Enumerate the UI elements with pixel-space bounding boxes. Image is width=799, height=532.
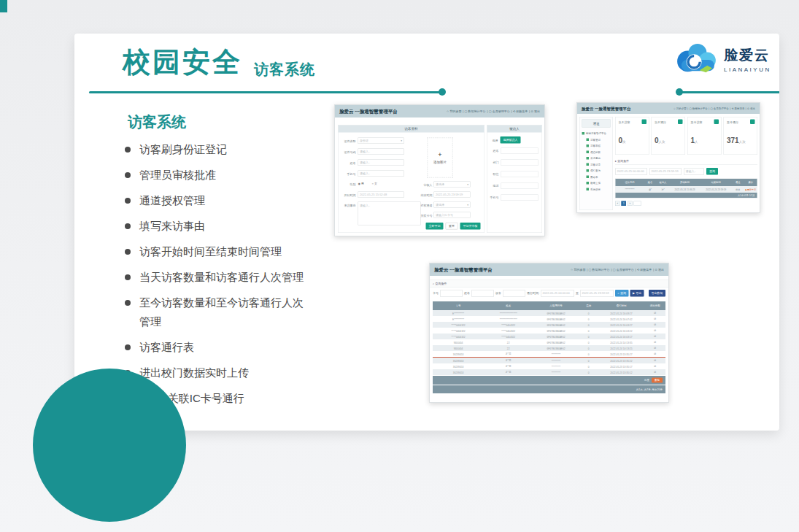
- col-header: 通道: [732, 179, 744, 186]
- cell-serial: 6F67B03B4AE02: [533, 339, 579, 345]
- photo-upload-box[interactable]: + 添加图片: [428, 138, 453, 178]
- register-audit-button[interactable]: 登记并审核: [460, 223, 481, 230]
- time-to-input[interactable]: 2022-05-25 23:59:59: [580, 290, 614, 296]
- feature-item: 访客通行表: [123, 338, 306, 357]
- node-icon: [587, 144, 590, 147]
- tree-item[interactable]: 访客记录: [582, 161, 611, 168]
- query-section-label[interactable]: ▸ 查询条件: [615, 159, 757, 165]
- name-filter-input[interactable]: [471, 290, 494, 296]
- export-data-button[interactable]: 导出数据: [649, 290, 665, 297]
- node-icon: [587, 151, 590, 154]
- folder-icon: [582, 132, 585, 135]
- search-button[interactable]: ⌕ 查询: [615, 290, 628, 297]
- platform-title: 脸爱云 一脸通智慧管理平台: [339, 108, 398, 115]
- time-from-input[interactable]: 2022-05-25 00:00:00: [541, 290, 574, 296]
- name-input[interactable]: 请输入..: [358, 160, 404, 166]
- decorative-circle: [33, 369, 186, 522]
- stat-badge-icon: [750, 120, 755, 125]
- end-time-input[interactable]: 2022-05-25 23:59:59: [434, 192, 471, 198]
- cell-time: 2022-05-23 13:35:12: [598, 369, 644, 375]
- device-filter-label: 设备: [495, 291, 501, 296]
- reapply-link[interactable]: ▶重新申请: [744, 186, 757, 193]
- stat-card: 当天访客 0次: [615, 117, 649, 155]
- cloud-logo-icon: [673, 42, 719, 76]
- platform-menu[interactable]: ☆ 我的桌面 ∣ ▢ 数据统计平台 ∣ ▢ 会员管理平台 ∣ ⟲ 刷新菜单 ∣ …: [447, 109, 540, 114]
- screenshot-visitor-dashboard: 脸爱云 一脸通智慧管理平台 ☆ 我的桌面 ∣ ▢ 数据统计平台 ∣ ▢ 会员管理…: [576, 102, 760, 213]
- table-body: E*********** ******************* 6F67B03…: [433, 310, 665, 375]
- visitee-field-label: 部门: [488, 161, 499, 165]
- visitor-table: 证件号码 姓名 被访人 开始时间 结束时间 通道 操作 *********** …: [615, 179, 757, 198]
- stat-label: 当天通行: [655, 120, 666, 125]
- phone-input[interactable]: 请输入..: [358, 171, 404, 177]
- stat-value: 1人: [691, 136, 698, 145]
- slide-card: 校园安全 访客系统 脸爱云 LIANAIYUN 访客系统: [74, 34, 779, 431]
- date-from-input[interactable]: 2022-05-25 00:00:00: [615, 168, 647, 174]
- reason-textarea[interactable]: 请输入..: [358, 202, 421, 225]
- col-header: 被访人: [657, 179, 669, 186]
- register-button[interactable]: 立即登记: [426, 223, 444, 230]
- page-prev-button[interactable]: «: [615, 201, 620, 207]
- cert-no-input[interactable]: 请输入..: [358, 149, 404, 155]
- visitee-field-input[interactable]: [501, 148, 539, 155]
- stat-label: 当天访客: [619, 120, 630, 125]
- cert-type-select[interactable]: 身份证 ▾: [358, 138, 404, 144]
- visitee-field-label: 姓名: [488, 149, 499, 153]
- export-button[interactable]: ▶ 导出: [630, 290, 644, 297]
- visitee-field-input[interactable]: [501, 160, 539, 166]
- stat-value: 371人次: [727, 136, 746, 145]
- col-header: 证件号码: [616, 179, 644, 186]
- form-buttons: 立即登记 重置 登记并审核: [426, 223, 481, 230]
- platform-menu[interactable]: ☆ 我的桌面 ∣ ▢ 数据统计平台 ∣ ▢ 会员管理平台 ∣ ⟲ 刷新菜单 ∣ …: [673, 107, 755, 110]
- tree-item[interactable]: 数据上传: [582, 180, 611, 187]
- sidebar-tab[interactable]: 通道: [582, 120, 611, 128]
- cell-direction: 进: [644, 310, 665, 316]
- cert-no-label: 证件号码: [339, 150, 356, 155]
- stat-unit: 人次: [739, 140, 746, 144]
- page-jump-input[interactable]: [634, 201, 641, 207]
- visitee-field-input[interactable]: [501, 195, 539, 201]
- start-time-input[interactable]: 2022-05-25 15:52:48: [358, 192, 404, 198]
- visitee-field-input[interactable]: [501, 171, 539, 178]
- tree-item[interactable]: 通道授权: [582, 149, 611, 155]
- cell-serial: 6F67B03B4AE02: [533, 322, 579, 328]
- feature-list: 访客刷身份证登记 管理员审核批准 通道授权管理 填写来访事由 访客开始时间至结束…: [123, 140, 306, 415]
- card-filter-input[interactable]: [440, 290, 463, 296]
- photo-upload-label: 添加图片: [433, 160, 447, 165]
- tree-item[interactable]: 黑名单: [582, 174, 611, 180]
- card-filter-label: 卡号: [433, 291, 439, 296]
- search-button[interactable]: 查询: [706, 168, 718, 175]
- card-no-input[interactable]: 请输入IC卡号: [434, 212, 471, 218]
- auditor-select[interactable]: 请选择 ▾: [434, 182, 471, 188]
- reset-button[interactable]: 重置: [446, 223, 458, 230]
- logo-latin: LIANAIYUN: [724, 66, 771, 73]
- tree-item[interactable]: 通行查询: [582, 168, 611, 174]
- stat-badge-icon: [714, 120, 719, 125]
- page-next-button[interactable]: »: [628, 201, 633, 207]
- date-to-input[interactable]: 2022-05-25 23:59:59: [649, 168, 682, 174]
- query-section-label[interactable]: ⌕ 查询条件: [430, 280, 668, 288]
- gender-female-radio[interactable]: ○ 女: [372, 182, 378, 186]
- gender-male-radio[interactable]: ◉ 男: [358, 182, 365, 186]
- choose-visitee-button[interactable]: 选择被访人: [501, 136, 521, 144]
- channel-label: 授权通道: [417, 204, 433, 208]
- cell-card: 9400404: [433, 345, 484, 351]
- channel-value: 请选择: [436, 203, 444, 207]
- tree-item[interactable]: 访客登记: [582, 136, 611, 143]
- platform-menu[interactable]: ☆ 我的桌面 ∣ ▢ 数据统计平台 ∣ ▢ 会员管理平台 ∣ ⟲ 刷新菜单 ∣ …: [571, 268, 664, 272]
- cell-card: *****0404322: [433, 334, 484, 339]
- tree-item[interactable]: 来访事由: [582, 155, 611, 162]
- tree-item[interactable]: 系统设置: [582, 186, 611, 193]
- feature-item: 访客刷身份证登记: [123, 140, 306, 159]
- delete-button[interactable]: 删除: [652, 378, 663, 383]
- page-number-button[interactable]: 1: [622, 201, 627, 207]
- tree-item[interactable]: 访客审核: [582, 143, 611, 150]
- cell-time: 2022-05-24 16:07:42: [598, 316, 644, 322]
- tree-root[interactable]: 智能访客管理平台: [582, 131, 611, 137]
- keyword-input[interactable]: 请输入..: [684, 168, 704, 174]
- visitee-field-label: 手机号: [488, 196, 499, 200]
- visitor-panel-title: 访客资料: [339, 126, 485, 133]
- device-filter-input[interactable]: [503, 290, 525, 296]
- card-no-label: 关联卡号: [417, 214, 433, 218]
- channel-select[interactable]: 请选择 ▾: [434, 202, 471, 208]
- visitee-field-input[interactable]: [501, 183, 539, 190]
